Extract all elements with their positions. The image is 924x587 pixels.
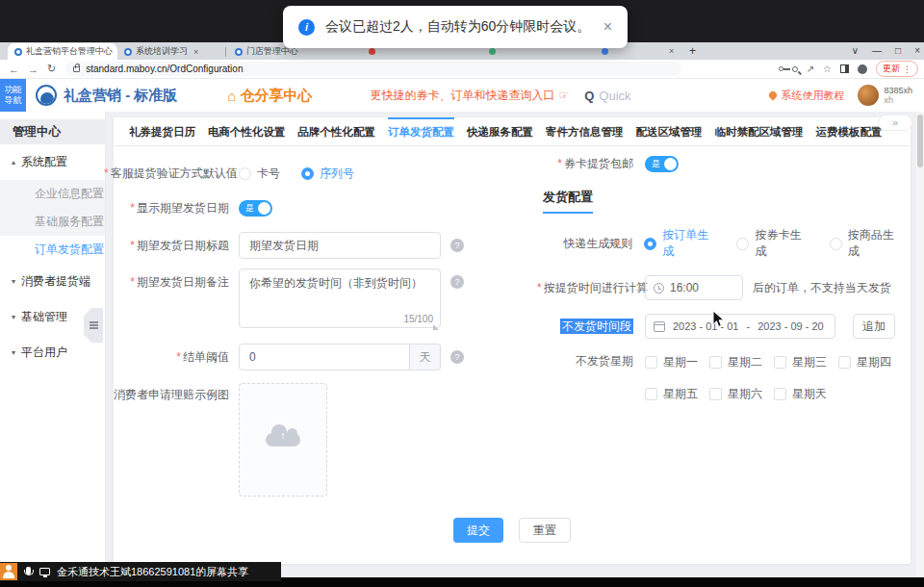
checkbox-icon[interactable] bbox=[774, 388, 786, 400]
tab-ecom-custom[interactable]: 电商个性化设置 bbox=[208, 117, 286, 145]
sidebar-item-order-delivery[interactable]: 订单发货配置 bbox=[0, 236, 105, 264]
sidebar: 管理中心 ▴ 系统配置 企业信息配置 基础服务配置 订单发货配置 ▾ 消费者提货… bbox=[0, 112, 106, 577]
share-icon[interactable]: ↗ bbox=[807, 64, 814, 74]
radio-icon[interactable] bbox=[239, 167, 251, 180]
side-panel-icon[interactable] bbox=[840, 64, 849, 73]
bookmark-star-icon[interactable]: ☆ bbox=[823, 64, 832, 74]
tab-close-icon[interactable]: × bbox=[669, 46, 674, 56]
checkbox-thursday[interactable]: 星期四 bbox=[838, 354, 903, 370]
quick-search[interactable]: Q Quick bbox=[584, 89, 630, 103]
radio-icon[interactable] bbox=[736, 238, 749, 250]
tab-search-icon[interactable]: ∨ bbox=[852, 46, 859, 56]
claim-image-upload[interactable]: ↑ bbox=[239, 383, 327, 497]
more-menu-icon[interactable]: ⋮ bbox=[903, 64, 911, 74]
checkbox-icon[interactable] bbox=[709, 388, 722, 400]
checkbox-icon[interactable] bbox=[709, 356, 722, 369]
append-button[interactable]: 追加 bbox=[853, 314, 895, 339]
radio-by-product[interactable]: 按商品生成 bbox=[830, 227, 905, 260]
radio-by-coupon[interactable]: 按券卡生成 bbox=[736, 227, 811, 260]
radio-serial-number[interactable]: 序列号 bbox=[301, 166, 354, 182]
brand-logo bbox=[36, 85, 57, 106]
sidebar-item-company-info[interactable]: 企业信息配置 bbox=[0, 180, 105, 208]
site-favicon bbox=[124, 48, 132, 56]
checkbox-saturday[interactable]: 星期六 bbox=[709, 386, 774, 402]
sidebar-group-system-config[interactable]: ▴ 系统配置 bbox=[0, 144, 105, 180]
form-left-column: *客服提货验证方式默认值 卡号 序列号 *显示期望发货日期 bbox=[104, 160, 479, 510]
toast-close-icon[interactable]: × bbox=[603, 19, 612, 35]
share-center-link[interactable]: ⌂ 仓分享中心 bbox=[227, 87, 312, 105]
address-bar[interactable]: standard.maboy.cn/OrdConfiguration bbox=[65, 62, 681, 76]
checkbox-icon[interactable] bbox=[645, 356, 657, 369]
field-label: *按提货时间进行计算 bbox=[537, 280, 645, 296]
tab-order-delivery-config[interactable]: 订单发货配置 bbox=[388, 117, 454, 145]
tab-temp-ban-area[interactable]: 临时禁配区域管理 bbox=[715, 117, 804, 145]
date-range-picker[interactable]: 2023 - 01 - 01 - 2023 - 09 - 20 bbox=[645, 314, 835, 339]
checkbox-friday[interactable]: 星期五 bbox=[645, 386, 709, 402]
browser-update-button[interactable]: 更新 ⋮ bbox=[876, 61, 918, 77]
tab-delivery-area[interactable]: 配送区域管理 bbox=[636, 117, 703, 145]
new-tab-button[interactable]: + bbox=[689, 44, 696, 58]
function-nav-button[interactable]: 功能 导航 bbox=[0, 79, 26, 112]
resize-handle-icon[interactable] bbox=[433, 324, 439, 330]
checkbox-wednesday[interactable]: 星期三 bbox=[774, 354, 838, 370]
hidden-tab-favicon[interactable] bbox=[369, 48, 375, 55]
checkbox-monday[interactable]: 星期一 bbox=[645, 354, 709, 370]
tab-brand-custom[interactable]: 品牌个性化配置 bbox=[298, 117, 376, 145]
user-avatar[interactable] bbox=[858, 85, 879, 106]
help-icon[interactable]: ? bbox=[450, 239, 464, 252]
help-icon[interactable]: ? bbox=[450, 275, 464, 289]
browser-tab-active[interactable]: 礼盒营销平台管理中心 × bbox=[8, 43, 117, 60]
free-shipping-toggle[interactable]: 是 bbox=[645, 156, 679, 172]
zoom-icon[interactable] bbox=[792, 66, 798, 72]
tab-close-icon[interactable]: × bbox=[193, 47, 198, 57]
tabs-overflow-button[interactable]: » bbox=[878, 115, 912, 131]
checkbox-icon[interactable] bbox=[645, 388, 657, 400]
radio-label: 按券卡生成 bbox=[755, 227, 811, 260]
checkbox-tuesday[interactable]: 星期二 bbox=[709, 354, 774, 370]
time-picker[interactable]: 16:00 bbox=[645, 275, 743, 300]
time-suffix-text: 后的订单，不支持当天发货 bbox=[753, 280, 891, 296]
submit-button[interactable]: 提交 bbox=[453, 518, 503, 543]
forward-icon[interactable]: → bbox=[28, 64, 38, 75]
tutorial-link[interactable]: 系统使用教程 bbox=[769, 89, 844, 103]
tab-sender-info[interactable]: 寄件方信息管理 bbox=[546, 117, 624, 145]
radio-icon-selected[interactable] bbox=[644, 238, 656, 250]
hidden-tab-favicon[interactable] bbox=[489, 48, 496, 55]
sidebar-item-basic-service[interactable]: 基础服务配置 bbox=[0, 208, 105, 236]
password-key-icon[interactable] bbox=[779, 66, 783, 71]
window-minimize-icon[interactable]: — bbox=[872, 46, 882, 56]
radio-icon[interactable] bbox=[830, 238, 842, 250]
tab-express-service[interactable]: 快递服务配置 bbox=[467, 117, 533, 145]
threshold-input[interactable] bbox=[239, 344, 410, 370]
sidebar-group-consumer[interactable]: ▾ 消费者提货端 bbox=[0, 264, 105, 299]
help-icon[interactable]: ? bbox=[450, 350, 464, 364]
sidebar-group-platform-user[interactable]: ▾ 平台用户 bbox=[0, 335, 105, 370]
back-icon[interactable]: ← bbox=[9, 64, 19, 75]
checkbox-icon[interactable] bbox=[774, 356, 786, 369]
hidden-tab-favicon[interactable] bbox=[602, 48, 608, 55]
radio-card-number[interactable]: 卡号 bbox=[239, 166, 280, 182]
radio-icon-selected[interactable] bbox=[301, 167, 314, 180]
browser-tab-title: 系统培训学习 bbox=[136, 45, 188, 58]
page-scrollbar[interactable] bbox=[916, 112, 924, 577]
field-label: 快递生成规则 bbox=[537, 236, 644, 252]
tab-coupon-calendar[interactable]: 礼券提货日历 bbox=[129, 117, 195, 145]
checkbox-sunday[interactable]: 星期天 bbox=[774, 386, 838, 402]
checkbox-icon[interactable] bbox=[838, 356, 851, 369]
date-title-input[interactable] bbox=[239, 232, 441, 259]
show-date-toggle[interactable]: 是 bbox=[239, 200, 272, 217]
radio-by-order[interactable]: 按订单生成 bbox=[644, 227, 719, 260]
window-close-icon[interactable]: × bbox=[914, 46, 920, 56]
field-label: *期望发货日期备注 bbox=[104, 268, 239, 290]
scrollbar-thumb[interactable] bbox=[917, 115, 923, 167]
reset-button[interactable]: 重置 bbox=[519, 518, 571, 543]
profile-icon[interactable] bbox=[858, 64, 867, 74]
app-header: 功能 导航 礼盒营销 - 标准版 ⌂ 仓分享中心 更快捷的券卡、订单和快递查询入… bbox=[0, 79, 924, 112]
refresh-icon[interactable]: ↻ bbox=[47, 63, 56, 75]
form-row-pickup-time: *按提货时间进行计算 16:00 后的订单，不支持当天发货 bbox=[537, 275, 905, 300]
tab-freight-template[interactable]: 运费模板配置 bbox=[816, 117, 883, 145]
window-maximize-icon[interactable]: □ bbox=[895, 46, 901, 56]
sidebar-group-label: 平台用户 bbox=[21, 345, 67, 361]
checkbox-label: 星期三 bbox=[792, 354, 827, 370]
browser-tab-2[interactable]: 系统培训学习 × bbox=[117, 43, 223, 60]
